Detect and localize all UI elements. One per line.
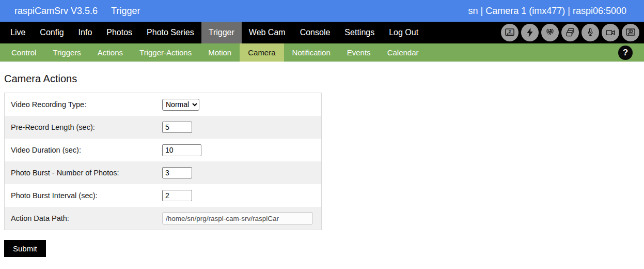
video-recording-type-label: Video Recording Type: — [5, 100, 162, 109]
photo-series-icon — [561, 24, 579, 41]
subnav-item-motion[interactable]: Motion — [200, 43, 240, 62]
form-row: Pre-Record Length (sec): — [5, 116, 321, 139]
nav-item-live[interactable]: Live — [3, 22, 33, 43]
nav-item-web-cam[interactable]: Web Cam — [242, 22, 293, 43]
page-heading: Camera Actions — [4, 73, 640, 85]
header-status: sn | Camera 1 (imx477) | raspi06:5000 — [468, 6, 627, 17]
photo-burst-interval-label: Photo Burst Interval (sec): — [5, 191, 162, 200]
pre-record-length-label: Pre-Record Length (sec): — [5, 123, 162, 131]
nav-item-config[interactable]: Config — [33, 22, 71, 43]
microphone-icon — [582, 24, 599, 41]
nav-item-console[interactable]: Console — [293, 22, 338, 43]
nav-item-photo-series[interactable]: Photo Series — [139, 22, 201, 43]
motion-icon — [541, 24, 559, 41]
subnav-item-notification[interactable]: Notification — [284, 43, 339, 62]
photo-burst-number-input[interactable] — [162, 167, 192, 178]
form-row: Photo Burst - Number of Photos: — [5, 161, 321, 184]
trigger-subnav: Control Triggers Actions Trigger-Actions… — [0, 43, 644, 62]
nav-item-settings[interactable]: Settings — [337, 22, 382, 43]
flash-icon — [521, 24, 539, 41]
form-row: Photo Burst Interval (sec): — [5, 184, 321, 207]
video-player-icon — [622, 24, 639, 41]
app-header: raspiCamSrv V3.5.6 Trigger sn | Camera 1… — [0, 0, 644, 22]
video-camera-icon — [602, 24, 619, 41]
subnav-item-trigger-actions[interactable]: Trigger-Actions — [131, 43, 200, 62]
svg-text:2: 2 — [509, 29, 511, 34]
nav-item-photos[interactable]: Photos — [99, 22, 139, 43]
form-row: Video Duration (sec): — [5, 139, 321, 161]
video-duration-input[interactable] — [162, 144, 201, 156]
app-title: raspiCamSrv V3.5.6 — [14, 6, 98, 17]
status-icon-bar: 2 — [501, 22, 644, 43]
form-row: Action Data Path: — [5, 207, 321, 230]
pre-record-length-input[interactable] — [162, 122, 192, 133]
photo-burst-number-label: Photo Burst - Number of Photos: — [5, 169, 162, 177]
subnav-item-triggers[interactable]: Triggers — [44, 43, 89, 62]
main-nav: Live Config Info Photos Photo Series Tri… — [0, 22, 644, 43]
nav-item-trigger[interactable]: Trigger — [201, 22, 242, 43]
subnav-item-camera[interactable]: Camera — [240, 43, 284, 62]
form-row: Video Recording Type: Normal — [5, 93, 321, 116]
main-content: Camera Actions Video Recording Type: Nor… — [0, 73, 644, 257]
action-data-path-label: Action Data Path: — [5, 214, 162, 222]
help-icon[interactable]: ? — [618, 46, 633, 60]
subnav-item-actions[interactable]: Actions — [89, 43, 131, 62]
nav-item-log-out[interactable]: Log Out — [382, 22, 426, 43]
video-recording-type-select[interactable]: Normal — [162, 99, 199, 111]
display-2-icon: 2 — [501, 24, 519, 41]
subnav-item-events[interactable]: Events — [339, 43, 379, 62]
video-duration-label: Video Duration (sec): — [5, 146, 162, 154]
subnav-item-calendar[interactable]: Calendar — [379, 43, 427, 62]
subnav-item-control[interactable]: Control — [3, 43, 44, 62]
submit-button[interactable]: Submit — [4, 240, 46, 257]
nav-item-info[interactable]: Info — [71, 22, 100, 43]
action-data-path-input — [162, 212, 313, 225]
page-title: Trigger — [111, 6, 140, 17]
photo-burst-interval-input[interactable] — [162, 190, 192, 201]
camera-actions-form: Video Recording Type: Normal Pre-Record … — [4, 93, 322, 230]
